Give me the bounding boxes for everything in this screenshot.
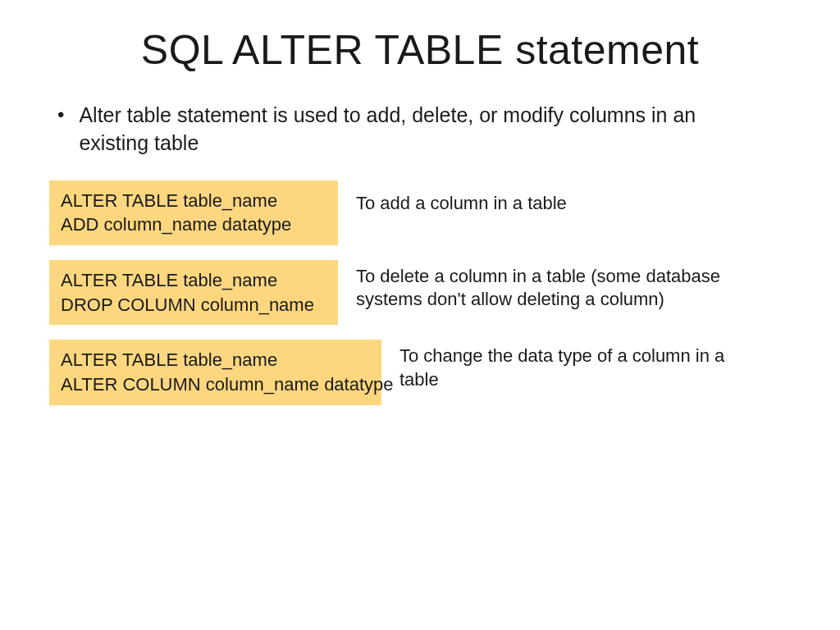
example-row-drop: ALTER TABLE table_name DROP COLUMN colum… (49, 260, 791, 325)
bullet-marker: • (57, 105, 64, 125)
slide: SQL ALTER TABLE statement • Alter table … (0, 0, 840, 630)
description-add: To add a column in a table (356, 180, 567, 216)
slide-title: SQL ALTER TABLE statement (49, 26, 791, 74)
example-row-alter: ALTER TABLE table_name ALTER COLUMN colu… (49, 340, 791, 404)
description-drop: To delete a column in a table (some data… (356, 260, 750, 312)
example-row-add: ALTER TABLE table_name ADD column_name d… (49, 180, 791, 245)
code-box-add: ALTER TABLE table_name ADD column_name d… (49, 180, 338, 245)
bullet-item: • Alter table statement is used to add, … (57, 102, 791, 158)
code-box-alter: ALTER TABLE table_name ALTER COLUMN colu… (49, 340, 381, 404)
description-alter: To change the data type of a column in a… (399, 340, 744, 391)
code-box-drop: ALTER TABLE table_name DROP COLUMN colum… (49, 260, 338, 325)
bullet-text: Alter table statement is used to add, de… (79, 102, 768, 158)
